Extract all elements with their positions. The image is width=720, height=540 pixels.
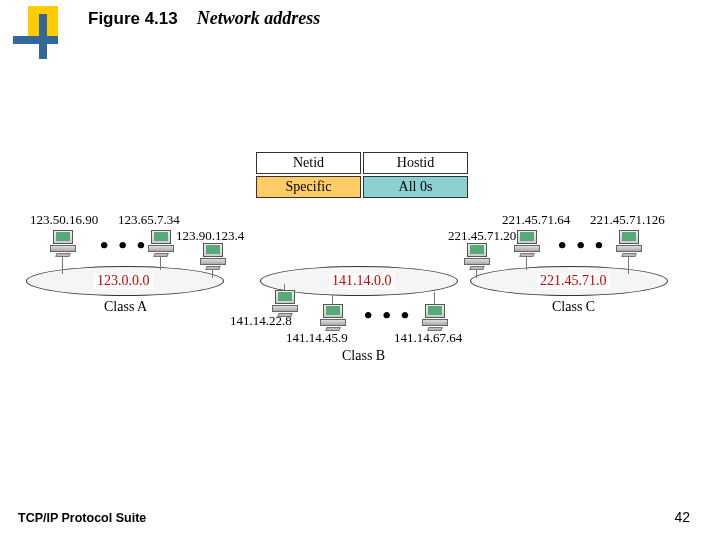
figure-caption: Network address — [197, 8, 321, 28]
computer-icon — [614, 230, 644, 256]
computer-icon — [48, 230, 78, 256]
computer-icon — [198, 243, 228, 269]
computer-icon — [462, 243, 492, 269]
connector-line — [62, 256, 63, 274]
address-structure-table: Netid Hostid Specific All 0s — [254, 150, 470, 200]
page-number: 42 — [674, 509, 690, 525]
figure-number: Figure 4.13 — [88, 9, 178, 28]
table-cell-allzeros: All 0s — [363, 176, 468, 198]
computer-icon — [146, 230, 176, 256]
computer-icon — [318, 304, 348, 330]
connector-line — [476, 269, 477, 278]
host-ip: 141.14.67.64 — [394, 330, 462, 346]
network-address: 123.0.0.0 — [94, 273, 153, 289]
table-header-hostid: Hostid — [363, 152, 468, 174]
diagram-area: Netid Hostid Specific All 0s 123.50.16.9… — [0, 150, 720, 470]
host-ip: 123.65.7.34 — [118, 212, 180, 228]
footer-text: TCP/IP Protocol Suite — [18, 511, 146, 525]
ellipsis-dots: • • • — [100, 232, 147, 259]
computer-icon — [420, 304, 450, 330]
slide-title: Figure 4.13 Network address — [88, 8, 320, 29]
host-ip: 221.45.71.126 — [590, 212, 665, 228]
ellipsis-dots: • • • — [558, 232, 605, 259]
host-ip: 123.90.123.4 — [176, 228, 244, 244]
class-label: Class B — [342, 348, 385, 364]
host-ip: 221.45.71.64 — [502, 212, 570, 228]
computer-icon — [270, 290, 300, 316]
connector-line — [628, 256, 629, 274]
host-ip: 123.50.16.90 — [30, 212, 98, 228]
connector-line — [212, 269, 213, 278]
network-address: 141.14.0.0 — [329, 273, 395, 289]
class-label: Class A — [104, 299, 147, 315]
host-ip: 221.45.71.20 — [448, 228, 516, 244]
host-ip: 141.14.45.9 — [286, 330, 348, 346]
table-header-netid: Netid — [256, 152, 361, 174]
ellipsis-dots: • • • — [364, 302, 411, 329]
class-label: Class C — [552, 299, 595, 315]
computer-icon — [512, 230, 542, 256]
table-cell-specific: Specific — [256, 176, 361, 198]
connector-line — [160, 256, 161, 270]
connector-line — [526, 256, 527, 270]
network-address: 221.45.71.0 — [537, 273, 610, 289]
